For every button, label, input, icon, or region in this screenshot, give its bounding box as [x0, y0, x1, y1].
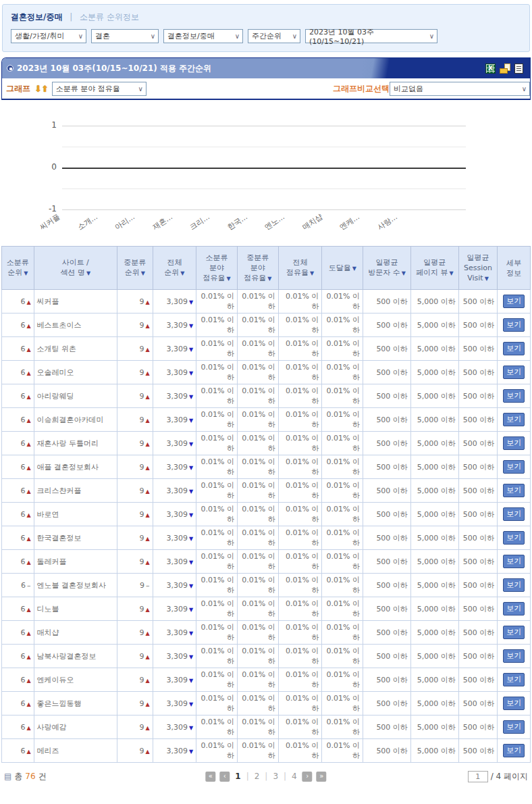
sort-descending-icon[interactable]: ▼: [24, 270, 28, 276]
visitors-cell: 500 이하: [363, 408, 411, 432]
sort-descending-icon[interactable]: ▼: [267, 276, 271, 282]
column-header-rank_total[interactable]: 전체순위▼: [153, 247, 196, 290]
share_sub-cell: 0.01% 이하: [196, 739, 238, 763]
page-number-input[interactable]: [468, 771, 488, 782]
view-detail-button[interactable]: 보기: [503, 507, 525, 521]
excel-export-icon[interactable]: X: [485, 64, 496, 74]
page-number-1[interactable]: 1: [234, 772, 242, 781]
sort-descending-icon[interactable]: ▼: [449, 270, 453, 276]
view-detail-button[interactable]: 보기: [503, 531, 525, 545]
sort-descending-icon[interactable]: ▼: [86, 270, 90, 276]
view-detail-button[interactable]: 보기: [503, 555, 525, 568]
period-type-select[interactable]: 주간순위∨: [248, 29, 300, 43]
view-detail-button[interactable]: 보기: [503, 697, 525, 710]
view-detail-button[interactable]: 보기: [503, 578, 525, 592]
column-header-visitors[interactable]: 일평균방문자 수▼: [363, 247, 411, 290]
category-top-select[interactable]: 생활/가정/취미∨: [11, 29, 86, 43]
share-chart: 10-1씨커플소개...아리...재혼...크리...한국...엔노...매치샵…: [1, 101, 531, 242]
page-separator: |: [284, 772, 286, 781]
total-rank-cell: 3,309▼: [153, 550, 196, 574]
view-detail-button[interactable]: 보기: [503, 413, 525, 426]
view-detail-button[interactable]: 보기: [503, 366, 525, 379]
sort-descending-icon[interactable]: ▼: [227, 276, 231, 282]
site-name-cell: 좋은느낌동행: [34, 692, 117, 715]
next-page-button[interactable]: ›: [302, 772, 313, 782]
graph-label: 그래프: [6, 83, 30, 95]
rank-value: 3,309: [167, 486, 188, 495]
view-detail-button[interactable]: 보기: [503, 720, 525, 734]
site-name-cell: 베스트초이스: [34, 313, 117, 337]
view-detail-button[interactable]: 보기: [503, 436, 525, 450]
total-rank-cell: 3,309▼: [153, 479, 196, 503]
view-detail-button[interactable]: 보기: [503, 342, 525, 355]
page-number-3[interactable]: 3: [271, 772, 280, 781]
page-number-2[interactable]: 2: [253, 772, 261, 781]
y-axis-tick: 0: [43, 162, 57, 172]
sort-descending-icon[interactable]: ▼: [180, 270, 184, 276]
breadcrumb-link-rank-info[interactable]: 소분류 순위정보: [80, 12, 139, 22]
graph-metric-select[interactable]: 소분류 분야 점유율 ∨: [52, 82, 147, 96]
column-header-rank_mid[interactable]: 중분류순위▼: [117, 247, 153, 290]
rank-up-icon: ▲: [145, 441, 149, 447]
view-detail-button[interactable]: 보기: [503, 649, 525, 663]
category-mid-select[interactable]: 결혼∨: [91, 29, 159, 43]
column-header-share_sub[interactable]: 소분류분야점유율▼: [196, 247, 238, 290]
view-detail-button[interactable]: 보기: [503, 484, 525, 497]
sort-down-up-icons[interactable]: ⬇⬆: [34, 84, 48, 94]
column-header-session[interactable]: 일평균SessionVisit▼: [458, 247, 498, 290]
view-detail-button[interactable]: 보기: [503, 673, 525, 686]
sort-descending-icon[interactable]: ▼: [310, 270, 314, 276]
column-header-pageviews[interactable]: 일평균페이지 뷰▼: [410, 247, 458, 290]
first-page-button[interactable]: «: [205, 772, 215, 782]
category-sub-select[interactable]: 결혼정보/중매∨: [163, 29, 243, 43]
view-detail-button[interactable]: 보기: [503, 602, 525, 615]
view-detail-button[interactable]: 보기: [503, 389, 525, 403]
rank-value: 9: [140, 581, 144, 590]
share_mid-cell: 0.01% 이하: [237, 479, 278, 503]
rank-value: 3,309: [167, 439, 188, 448]
week-select[interactable]: 2023년 10월 03주(10/15~10/21)∨: [305, 29, 437, 43]
view-detail-button[interactable]: 보기: [503, 460, 525, 474]
sort-descending-icon[interactable]: ▼: [352, 266, 356, 272]
site-name-cell: 매치샵: [34, 621, 117, 645]
graph-compare-value: 비교없음: [394, 84, 423, 94]
view-detail-button[interactable]: 보기: [503, 318, 525, 332]
total-rank-cell: 3,309▼: [153, 715, 196, 739]
share_mid-cell: 0.01% 이하: [237, 455, 278, 479]
rank-value: 3,309: [167, 297, 188, 306]
table-row: 6▲베스트초이스9▲3,309▼0.01% 이하0.01% 이하0.01% 이하…: [2, 313, 531, 337]
print-icon[interactable]: [514, 64, 523, 74]
share_mid-cell: 0.01% 이하: [237, 337, 278, 361]
column-header-site[interactable]: 사이트 /섹션 명▼: [34, 247, 117, 290]
mid-rank-cell: 9▲: [117, 432, 153, 455]
table-row: 6▲바로연9▲3,309▼0.01% 이하0.01% 이하0.01% 이하0.0…: [2, 503, 531, 526]
save-icon[interactable]: [500, 64, 510, 74]
sort-descending-icon[interactable]: ▼: [141, 270, 145, 276]
rank-up-icon: ▲: [26, 654, 30, 660]
sort-descending-icon[interactable]: ▼: [485, 276, 489, 282]
column-header-rank_sub[interactable]: 소분류순위▼: [2, 247, 34, 290]
column-header-reach[interactable]: 도달율▼: [322, 247, 363, 290]
rank-up-icon: ▲: [145, 465, 149, 471]
filter-box: 결혼정보/중매 | 소분류 순위정보 생활/가정/취미∨결혼∨결혼정보/중매∨주…: [2, 4, 530, 52]
share_total-cell: 0.01% 이하: [278, 739, 322, 763]
pageviews-cell: 5,000 이하: [410, 692, 458, 715]
page-number-4[interactable]: 4: [290, 772, 298, 781]
prev-page-button[interactable]: ‹: [219, 772, 230, 782]
view-detail-button[interactable]: 보기: [503, 744, 525, 757]
share_sub-cell: 0.01% 이하: [196, 337, 238, 361]
sort-descending-icon[interactable]: ▼: [402, 270, 406, 276]
share_total-cell: 0.01% 이하: [278, 503, 322, 526]
column-header-share_mid[interactable]: 중분류분야점유율▼: [237, 247, 278, 290]
graph-compare-select[interactable]: 비교없음 ∨: [390, 82, 530, 96]
view-detail-button[interactable]: 보기: [503, 626, 525, 639]
pageviews-cell: 5,000 이하: [410, 384, 458, 408]
view-detail-button[interactable]: 보기: [503, 295, 525, 308]
page-total-label: / 4 페이지: [491, 771, 528, 782]
rank-value: 9: [139, 439, 144, 448]
column-header-share_total[interactable]: 전체점유율▼: [278, 247, 322, 290]
table-row: 6▲애플 결혼정보회사9▲3,309▼0.01% 이하0.01% 이하0.01%…: [2, 455, 531, 479]
session-cell: 500 이하: [458, 290, 498, 313]
last-page-button[interactable]: »: [317, 772, 327, 782]
rank-value: 9: [139, 747, 144, 755]
